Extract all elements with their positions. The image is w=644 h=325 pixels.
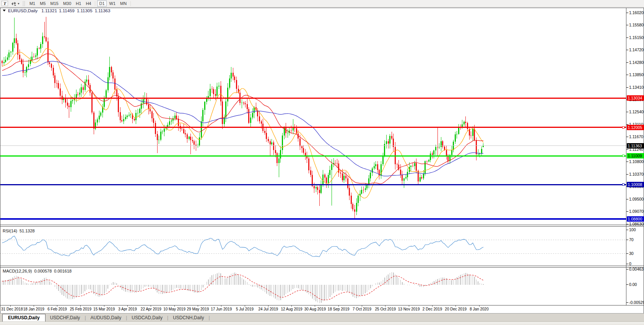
date-label: 25 Oct 2019: [375, 307, 396, 311]
timeframe-button-m30[interactable]: M30: [61, 0, 73, 7]
timeframe-button-d1[interactable]: D1: [97, 0, 106, 7]
style-tool-icon[interactable]: [11, 1, 17, 6]
chart-title: EURUSD,Daily1.113211.114591.113051.11363: [8, 8, 110, 13]
level-handle[interactable]: [623, 126, 624, 128]
date-label: 20 Dec 2019: [445, 307, 467, 311]
tab-audusd-daily[interactable]: AUDUSD,Daily: [86, 314, 126, 321]
level-badge-text: 1.11009: [628, 154, 642, 158]
level-badge-text: 1.10008: [628, 182, 642, 187]
tab-separator: |: [208, 315, 210, 320]
macd-tick-label: -0.005299: [629, 300, 644, 305]
timeframe-button-m15[interactable]: M15: [49, 0, 60, 7]
price-tick-label: 1.09500: [629, 197, 644, 201]
tab-eurusd-daily[interactable]: EURUSD,Daily: [2, 314, 46, 322]
date-label: 31 Dec 2018: [1, 307, 23, 311]
date-label: 13 Nov 2019: [398, 307, 420, 311]
date-label: 7 Oct 2019: [353, 307, 371, 311]
macd-label: MACD(12,26,9)0.0005780.001618: [3, 269, 72, 273]
rsi-tick-label: 100: [629, 227, 636, 232]
timeframe-button-h1[interactable]: H1: [74, 0, 83, 7]
date-label: 17 Jun 2019: [211, 307, 232, 311]
price-tick-label: 1.13850: [629, 72, 644, 77]
macd-tick-label: 0.00463: [629, 267, 644, 271]
date-label: 2 Dec 2019: [423, 307, 442, 311]
price-tick-label: 1.15150: [629, 35, 644, 40]
mt4-terminal-window: T ▼ M1M5M15M30H1H4D1W1MN 1.160201.155801…: [0, 0, 644, 325]
date-label: 24 Jul 2019: [258, 307, 278, 311]
price-tick-label: 1.16020: [629, 10, 644, 15]
timeframe-button-m5[interactable]: M5: [38, 0, 47, 7]
date-label: 10 May 2019: [163, 307, 185, 311]
price-tick-label: 1.15580: [629, 23, 644, 27]
current-price-badge-text: 1.11363: [628, 144, 642, 148]
rsi-tick-label: 0: [629, 261, 631, 266]
tab-usdcnh-daily[interactable]: USDCNH,Daily: [168, 314, 208, 321]
date-label: 30 Aug 2019: [304, 307, 326, 311]
date-label: 12 Aug 2019: [281, 307, 303, 311]
price-tick-label: 1.10800: [629, 159, 644, 164]
toolbar-grip[interactable]: [23, 1, 25, 6]
price-tick-label: 1.08630: [629, 222, 644, 226]
level-handle[interactable]: [623, 184, 624, 186]
price-tick-label: 1.13410: [629, 85, 644, 90]
price-tick-label: 1.14280: [629, 60, 644, 65]
toolbar: T ▼ M1M5M15M30H1H4D1W1MN: [0, 0, 644, 7]
toolbar-separator: [130, 1, 131, 6]
date-label: 22 Apr 2019: [141, 307, 161, 311]
chart-tab-bar: EURUSD,DailyUSDCHF,Daily|AUDUSD,Daily|US…: [0, 313, 644, 322]
timeframe-button-w1[interactable]: W1: [107, 0, 118, 7]
date-label: 8 Jan 2020: [470, 307, 489, 311]
price-tick-label: 1.11670: [629, 134, 643, 139]
date-label: 6 Feb 2019: [47, 307, 67, 311]
level-badge-text: 1.08800: [628, 217, 642, 221]
macd-tick-label: 0.00: [629, 282, 637, 287]
date-label: 29 May 2019: [187, 307, 209, 311]
level-handle[interactable]: [623, 155, 624, 157]
price-tick-label: 1.09070: [629, 209, 644, 214]
timeframe-button-h4[interactable]: H4: [84, 0, 93, 7]
date-label: 5 Jul 2019: [236, 307, 254, 311]
timeframe-button-mn[interactable]: MN: [118, 0, 128, 7]
tab-usdchf-daily[interactable]: USDCHF,Daily: [46, 314, 85, 321]
price-tick-label: 1.12540: [629, 109, 644, 114]
date-label: 15 Mar 2019: [93, 307, 115, 311]
tab-usdcad-daily[interactable]: USDCAD,Daily: [127, 314, 167, 321]
text-tool-button[interactable]: T: [2, 1, 8, 6]
date-label: 3 Apr 2019: [118, 307, 137, 311]
toolbar-separator: [95, 1, 95, 6]
dropdown-caret-icon[interactable]: ▼: [17, 2, 20, 5]
date-label: 25 Feb 2019: [70, 307, 92, 311]
level-badge-text: 1.12005: [628, 125, 642, 130]
timeframe-button-m1[interactable]: M1: [28, 0, 37, 7]
timeframe-buttons: M1M5M15M30H1H4D1W1MN: [27, 0, 132, 7]
level-badge-text: 1.13034: [628, 96, 642, 100]
status-bar: [0, 322, 644, 325]
rsi-tick-label: 70: [629, 237, 634, 242]
price-tick-label: 1.10370: [629, 172, 644, 176]
chart-area[interactable]: 1.160201.155801.151501.147201.142801.138…: [0, 0, 644, 313]
date-label: 18 Jan 2019: [23, 307, 44, 311]
price-tick-label: 1.14720: [629, 47, 644, 52]
date-label: 18 Sep 2019: [328, 307, 350, 311]
rsi-tick-label: 30: [629, 251, 634, 256]
